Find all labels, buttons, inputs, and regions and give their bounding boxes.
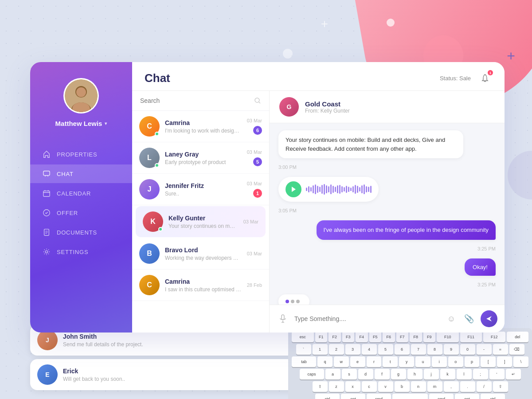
keyboard-key[interactable]: v [378,381,393,392]
keyboard-key[interactable]: 0 [460,344,475,355]
keyboard-key[interactable]: n [411,381,426,392]
keyboard-key[interactable]: opt [455,394,479,399]
keyboard-key[interactable]: [ [481,356,496,367]
sidebar-item-chat[interactable]: CHAT [30,164,132,183]
keyboard-key[interactable]: m [427,381,442,392]
messages-scroll[interactable]: Your story continues on mobile: Build an… [270,123,505,305]
keyboard-key[interactable]: F12 [483,332,505,342]
keyboard-key[interactable]: F4 [356,332,368,342]
keyboard-key[interactable]: ↵ [506,369,521,379]
keyboard-key[interactable]: h [407,369,422,379]
keyboard-key[interactable]: ctrl [315,394,340,399]
keyboard-key[interactable]: 9 [444,344,459,355]
attachment-icon[interactable]: 📎 [463,313,475,325]
keyboard-key[interactable] [392,394,428,399]
keyboard-key[interactable]: - [477,344,492,355]
user-name-display[interactable]: Matthew Lewis ▾ [55,120,107,127]
keyboard-key[interactable]: s [342,369,357,379]
keyboard-key[interactable]: = [493,344,508,355]
keyboard-key[interactable]: t [383,356,398,367]
keyboard-key[interactable]: c [362,381,377,392]
sidebar-item-offer[interactable]: OFFER [30,203,132,222]
keyboard-key[interactable]: y [399,356,414,367]
contact-item-camrina-1[interactable]: C Camrina I'm looking to work with desig… [132,111,269,142]
keyboard-key[interactable]: 4 [362,344,377,355]
message-input[interactable] [294,315,440,322]
keyboard-key[interactable]: j [424,369,439,379]
emoji-icon[interactable]: ☺ [445,313,458,325]
keyboard-key[interactable]: F8 [410,332,422,342]
keyboard-key[interactable]: tab [292,356,316,367]
microphone-icon[interactable] [277,313,289,325]
keyboard-key[interactable]: z [329,381,344,392]
keyboard-key[interactable]: k [440,369,455,379]
keyboard-key[interactable]: F5 [369,332,382,342]
contact-name: Laney Gray [165,151,242,158]
notification-bell[interactable]: 1 [478,71,492,85]
bottom-contact-erick[interactable]: E Erick Will get back to you soon.. 03 F… [30,359,318,390]
keyboard-key[interactable]: F2 [329,332,341,342]
keyboard-key[interactable]: 3 [345,344,360,355]
keyboard-key[interactable]: b [395,381,410,392]
keyboard-key[interactable]: a [325,369,340,379]
keyboard-key[interactable]: g [391,369,406,379]
keyboard-key[interactable]: 1 [313,344,328,355]
keyboard-key[interactable]: F9 [423,332,436,342]
keyboard-key[interactable]: del [507,332,529,342]
keyboard-key[interactable]: f [375,369,390,379]
keyboard-key[interactable]: d [358,369,373,379]
keyboard-key[interactable]: ` [296,344,311,355]
chat-panel-header: Chat Status: Sale 1 [132,62,505,91]
keyboard-key[interactable]: ctrl [481,394,505,399]
keyboard-key[interactable]: 6 [395,344,410,355]
keyboard-key[interactable]: p [465,356,480,367]
search-input[interactable] [140,97,250,104]
send-button[interactable] [481,310,497,327]
keyboard-key[interactable]: 2 [329,344,344,355]
keyboard-key[interactable]: w [334,356,349,367]
sidebar-item-documents[interactable]: DOCUMENTS [30,223,132,242]
contact-item-camrina-2[interactable]: C Camrina I saw in this culture optimise… [132,270,269,301]
keyboard-key[interactable]: opt [341,394,365,399]
keyboard-key[interactable]: / [477,381,492,392]
keyboard-key[interactable]: F10 [437,332,459,342]
keyboard-key[interactable]: F6 [383,332,395,342]
keyboard-key[interactable]: o [448,356,463,367]
audio-play-button[interactable] [286,181,301,197]
keyboard-key[interactable]: ⇧ [313,381,328,392]
keyboard-key[interactable]: e [350,356,365,367]
keyboard-key[interactable]: ' [489,369,505,379]
keyboard-key[interactable]: r [367,356,382,367]
sidebar-item-settings[interactable]: SETTINGS [30,243,132,261]
contact-item-bravo[interactable]: B Bravo Lord Working the way developers … [132,238,269,270]
keyboard-key[interactable]: esc [292,332,314,342]
contact-item-laney[interactable]: L Laney Gray Early prototype of product … [132,142,269,174]
keyboard-key[interactable]: 5 [378,344,393,355]
keyboard-key[interactable]: i [432,356,447,367]
keyboard-key[interactable]: q [317,356,332,367]
keyboard-key[interactable]: , [444,381,459,392]
keyboard-key[interactable]: u [415,356,430,367]
keyboard-key[interactable]: 7 [411,344,426,355]
keyboard-key[interactable]: caps [300,369,324,379]
keyboard-key[interactable]: cmd [367,394,391,399]
keyboard-key[interactable]: ⇧ [493,381,508,392]
keyboard-key[interactable]: F11 [460,332,482,342]
keyboard-key[interactable]: ; [473,369,488,379]
sidebar-item-properties[interactable]: PROPERTIES [30,145,132,164]
keyboard-key[interactable]: x [345,381,360,392]
keyboard-key[interactable]: ] [497,356,512,367]
keyboard-key[interactable]: cmd [429,394,454,399]
contact-item-jennifer[interactable]: J Jennifer Fritz Sure.. 03 Mar 1 [132,174,269,205]
keyboard-key[interactable]: F3 [342,332,355,342]
user-avatar[interactable] [63,78,99,113]
keyboard-key[interactable]: ⌫ [509,344,524,355]
keyboard-key[interactable]: \ [513,356,528,367]
keyboard-key[interactable]: F7 [396,332,409,342]
keyboard-key[interactable]: F1 [315,332,328,342]
keyboard-key[interactable]: 8 [427,344,442,355]
keyboard-key[interactable]: . [460,381,475,392]
keyboard-key[interactable]: l [457,369,472,379]
sidebar-item-calendar[interactable]: CALENDAR [30,184,132,203]
contact-item-kelly[interactable]: K Kelly Gunter Your story continues on m… [136,206,266,237]
